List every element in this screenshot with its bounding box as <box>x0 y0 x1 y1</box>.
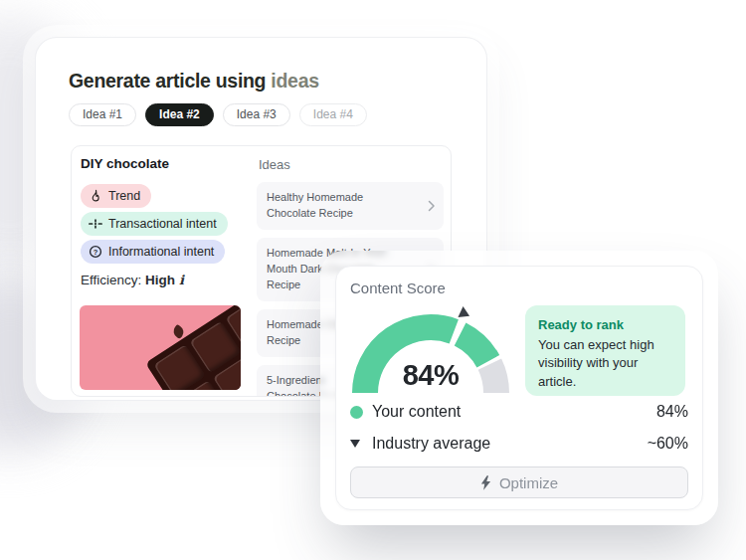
dot-marker-icon <box>350 406 363 419</box>
crosshair-icon <box>89 217 102 231</box>
gauge-arc-filled-2 <box>461 334 488 361</box>
content-score-gauge: 84% <box>346 300 515 406</box>
legend-marker <box>350 406 372 419</box>
optimize-button[interactable]: Optimize <box>350 467 688 498</box>
efficiency-label: Efficiency: <box>81 273 141 287</box>
flame-icon <box>89 189 102 203</box>
idea-list-item[interactable]: Healthy Homemade Chocolate Recipe <box>257 182 444 230</box>
tab-idea-2[interactable]: Idea #2 <box>145 103 214 126</box>
chocolate-photo <box>80 305 241 390</box>
svg-text:?: ? <box>93 248 98 257</box>
ready-to-rank-callout: Ready to rank You can expect high visibi… <box>525 305 685 396</box>
optimize-button-label: Optimize <box>499 474 558 491</box>
legend-label: Your content <box>372 403 461 421</box>
legend-row-your-content: Your content 84% <box>350 403 688 421</box>
legend-value: ~60% <box>648 435 688 453</box>
efficiency-row: Efficiency: Highi <box>81 273 184 287</box>
informational-intent-tag: ? Informational intent <box>81 240 225 264</box>
content-score-card: Content Score 84% Ready to rank You can … <box>335 266 703 510</box>
callout-title: Ready to rank <box>538 317 672 332</box>
transactional-intent-tag-label: Transactional intent <box>108 217 217 231</box>
legend-label: Industry average <box>372 435 490 453</box>
informational-intent-tag-label: Informational intent <box>108 245 214 259</box>
idea-item-text: Healthy Homemade <box>267 190 422 206</box>
legend-row-industry-average: Industry average ~60% <box>350 435 688 453</box>
page-title-accent: ideas <box>271 70 318 92</box>
tab-idea-3[interactable]: Idea #3 <box>223 103 290 126</box>
page-title: Generate article using ideas <box>69 70 319 93</box>
legend-marker <box>350 440 372 448</box>
tab-idea-4[interactable]: Idea #4 <box>299 103 367 126</box>
info-icon[interactable]: i <box>179 273 184 287</box>
legend-value: 84% <box>656 403 688 421</box>
topic-title: DIY chocolate <box>81 156 169 171</box>
gauge-value: 84% <box>346 359 515 392</box>
content-score-title: Content Score <box>350 280 446 296</box>
ideas-column-header: Ideas <box>259 157 290 172</box>
chocolate-bar <box>145 305 241 390</box>
chevron-right-icon <box>428 200 436 212</box>
page: Generate article using ideas Idea #1 Ide… <box>0 0 746 560</box>
efficiency-value: High <box>145 273 175 287</box>
trend-tag: Trend <box>81 184 151 208</box>
bolt-icon <box>480 475 491 490</box>
idea-tabs: Idea #1 Idea #2 Idea #3 Idea #4 <box>69 103 367 126</box>
page-title-main: Generate article using <box>69 70 266 92</box>
trend-tag-label: Trend <box>108 189 140 203</box>
tab-idea-1[interactable]: Idea #1 <box>69 103 136 126</box>
content-score-card-halo: Content Score 84% Ready to rank You can … <box>320 251 718 525</box>
question-icon: ? <box>89 245 102 259</box>
idea-item-text: Chocolate Recipe <box>267 206 422 222</box>
triangle-marker-icon <box>350 440 360 448</box>
industry-average-pointer-icon <box>458 306 471 321</box>
transactional-intent-tag: Transactional intent <box>81 212 228 236</box>
callout-body: You can expect high visibility with your… <box>538 336 672 391</box>
